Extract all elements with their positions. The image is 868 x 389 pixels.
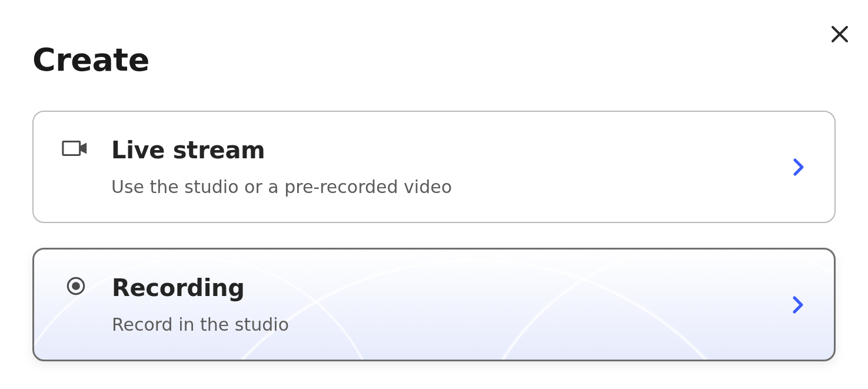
option-texts: Recording Record in the studio [112,274,790,335]
option-recording[interactable]: Recording Record in the studio [32,248,836,361]
option-description: Record in the studio [112,314,790,335]
chevron-right-icon [790,293,806,317]
option-title: Recording [112,274,790,301]
svg-point-4 [72,282,80,290]
create-dialog: Create Live stream Use the studio or a p… [0,0,868,361]
dialog-title: Create [32,41,836,78]
video-camera-icon [62,139,97,158]
close-button[interactable] [829,24,850,45]
option-description: Use the studio or a pre-recorded video [111,177,791,197]
close-icon [829,24,850,45]
chevron-right-icon [791,155,806,179]
option-live-stream[interactable]: Live stream Use the studio or a pre-reco… [32,111,836,223]
option-texts: Live stream Use the studio or a pre-reco… [111,137,791,197]
record-icon [62,277,98,295]
svg-rect-2 [63,142,80,155]
option-title: Live stream [111,137,791,164]
